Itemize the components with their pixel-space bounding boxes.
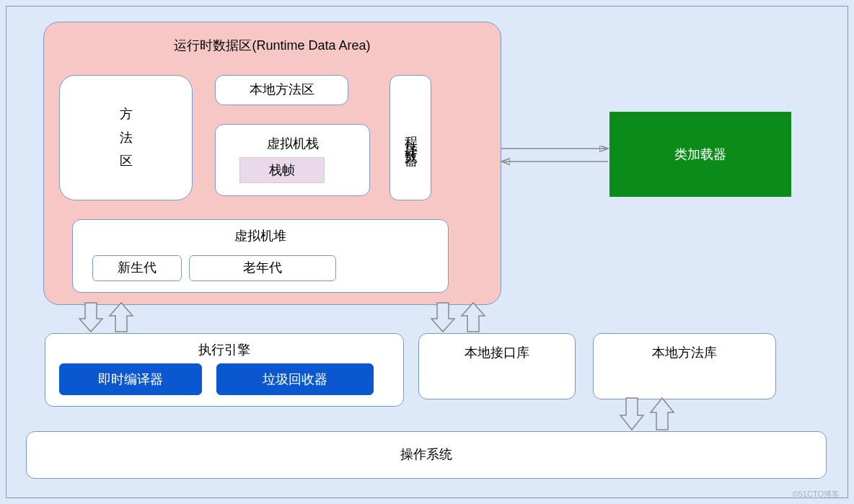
young-generation-label: 新生代 — [118, 259, 157, 277]
program-counter-label: 程序计数器 — [403, 127, 418, 149]
class-loader-label: 类加载器 — [674, 146, 726, 163]
old-generation: 老年代 — [189, 255, 336, 281]
native-method-area: 本地方法区 — [215, 75, 348, 105]
native-interface-lib: 本地接口库 — [418, 333, 576, 399]
operating-system-label: 操作系统 — [400, 446, 452, 464]
runtime-data-area-title: 运行时数据区(Runtime Data Area) — [44, 37, 501, 54]
native-method-lib: 本地方法库 — [593, 333, 776, 399]
native-method-area-label: 本地方法区 — [250, 81, 314, 99]
program-counter: 程序计数器 — [389, 75, 431, 200]
execution-engine-label: 执行引擎 — [198, 341, 250, 359]
watermark: ©51CTO博客 — [793, 489, 840, 500]
stack-frame: 栈帧 — [239, 157, 325, 183]
jit-compiler-label: 即时编译器 — [98, 371, 163, 388]
arrow-nativelib-os — [620, 398, 685, 433]
arrow-runtime-nativeif — [431, 303, 496, 335]
arrow-runtime-exec-left — [79, 303, 144, 335]
garbage-collector: 垃圾回收器 — [216, 363, 374, 395]
jit-compiler: 即时编译器 — [59, 363, 202, 395]
stack-frame-label: 栈帧 — [269, 162, 295, 179]
vm-heap-label: 虚拟机堆 — [234, 227, 286, 245]
young-generation: 新生代 — [92, 255, 182, 281]
method-area: 方 法 区 — [59, 75, 193, 200]
arrow-runtime-to-classloader — [501, 141, 609, 170]
old-generation-label: 老年代 — [243, 259, 282, 277]
native-method-lib-label: 本地方法库 — [652, 344, 717, 362]
garbage-collector-label: 垃圾回收器 — [263, 371, 327, 388]
method-area-label: 方 法 区 — [120, 102, 133, 172]
class-loader: 类加载器 — [609, 112, 791, 197]
operating-system: 操作系统 — [26, 431, 827, 479]
diagram-canvas: 运行时数据区(Runtime Data Area) 方 法 区 本地方法区 虚拟… — [0, 0, 854, 504]
native-interface-lib-label: 本地接口库 — [465, 344, 529, 362]
vm-stack-label: 虚拟机栈 — [267, 135, 319, 153]
